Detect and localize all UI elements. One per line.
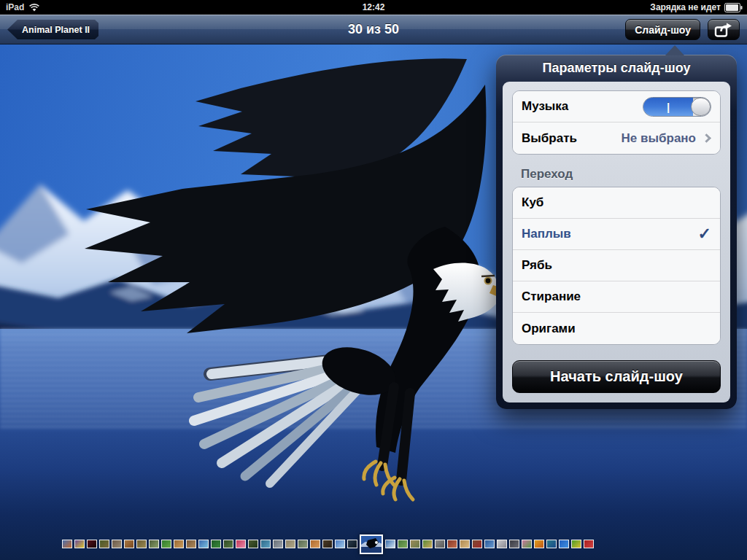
transition-row-dissolve[interactable]: Наплыв ✓ (513, 219, 720, 250)
start-slideshow-label: Начать слайд-шоу (550, 368, 683, 385)
share-button[interactable] (708, 19, 740, 40)
music-row: Музыка | (513, 91, 720, 122)
transition-label: Куб (522, 195, 543, 210)
filmstrip-thumbnail[interactable] (124, 540, 134, 548)
transition-label: Стирание (522, 289, 581, 304)
filmstrip-current-thumbnail[interactable] (360, 534, 383, 554)
filmstrip-thumbnail[interactable] (435, 540, 445, 548)
filmstrip-thumbnail[interactable] (398, 540, 408, 548)
checkmark-icon: ✓ (698, 225, 711, 244)
start-slideshow-button[interactable]: Начать слайд-шоу (512, 360, 721, 393)
filmstrip-thumbnail[interactable] (87, 540, 97, 548)
filmstrip-thumbnail[interactable] (385, 540, 395, 548)
filmstrip-thumbnail[interactable] (198, 540, 209, 548)
chevron-right-icon (702, 133, 711, 143)
filmstrip-thumbnail[interactable] (422, 540, 433, 548)
popover-content: Музыка | Выбрать Не выбрано Переход (503, 82, 730, 402)
filmstrip-thumbnail[interactable] (410, 540, 420, 548)
status-bar: iPad 12:42 Зарядка не идет (0, 0, 747, 15)
music-switch[interactable]: | (643, 97, 711, 117)
filmstrip-thumbnail[interactable] (285, 540, 295, 548)
transition-row-ripple[interactable]: Рябь (513, 250, 720, 281)
clock: 12:42 (0, 2, 747, 12)
mini-eagle-icon (361, 536, 383, 554)
transition-section-label: Переход (521, 167, 721, 182)
filmstrip-thumbnail[interactable] (260, 540, 271, 548)
filmstrip-thumbnail[interactable] (223, 540, 233, 548)
filmstrip-thumbnail[interactable] (186, 540, 196, 548)
filmstrip-thumbnail[interactable] (584, 540, 594, 548)
filmstrip-thumbnail[interactable] (460, 540, 470, 548)
filmstrip-thumbnail[interactable] (74, 540, 85, 548)
filmstrip-thumbnail[interactable] (322, 540, 333, 548)
navigation-bar: Animal Planet II 30 из 50 Слайд-шоу (0, 15, 747, 44)
filmstrip-thumbnail[interactable] (310, 540, 320, 548)
filmstrip-thumbnail[interactable] (174, 540, 184, 548)
filmstrip-thumbnail[interactable] (559, 540, 569, 548)
filmstrip-thumbnail[interactable] (534, 540, 544, 548)
filmstrip-thumbnail[interactable] (472, 540, 482, 548)
filmstrip-thumbnail[interactable] (236, 540, 246, 548)
filmstrip-thumbnail[interactable] (248, 540, 258, 548)
switch-on-segment: | (643, 98, 693, 116)
choose-music-row[interactable]: Выбрать Не выбрано (513, 122, 720, 154)
filmstrip-thumbnail[interactable] (571, 540, 581, 548)
slideshow-button-label: Слайд-шоу (635, 24, 691, 36)
filmstrip-thumbnail[interactable] (497, 540, 507, 548)
filmstrip-thumbnail[interactable] (62, 540, 72, 548)
transition-label: Оригами (522, 322, 576, 336)
filmstrip-thumbnail[interactable] (546, 540, 557, 548)
filmstrip-thumbnail[interactable] (509, 540, 519, 548)
ipad-screen: iPad 12:42 Зарядка не идет Animal Planet… (0, 0, 747, 560)
filmstrip-thumbnail[interactable] (484, 540, 495, 548)
filmstrip-thumbnail[interactable] (335, 540, 345, 548)
filmstrip-thumbnail[interactable] (136, 540, 147, 548)
choose-value: Не выбрано (622, 131, 696, 146)
transition-row-origami[interactable]: Оригами (513, 313, 720, 344)
slideshow-button[interactable]: Слайд-шоу (625, 19, 700, 40)
transition-group: Куб Наплыв ✓ Рябь Стирание Оригами (512, 187, 721, 345)
transition-label: Рябь (522, 258, 552, 273)
filmstrip-thumbnail[interactable] (522, 540, 532, 548)
music-group: Музыка | Выбрать Не выбрано (512, 90, 721, 155)
slideshow-options-popover: Параметры слайд-шоу Музыка | Выбрать Не … (496, 55, 737, 409)
filmstrip (62, 532, 596, 556)
filmstrip-thumbnail[interactable] (99, 540, 109, 548)
share-icon (714, 22, 733, 38)
choose-label: Выбрать (522, 131, 577, 146)
transition-row-cube[interactable]: Куб (513, 187, 720, 219)
transition-label-selected: Наплыв (522, 227, 571, 241)
popover-title: Параметры слайд-шоу (496, 55, 737, 82)
filmstrip-thumbnail[interactable] (112, 540, 122, 548)
battery-status-label: Зарядка не идет (650, 2, 721, 12)
switch-on-glyph: | (667, 101, 670, 113)
filmstrip-thumbnail[interactable] (161, 540, 171, 548)
filmstrip-thumbnail[interactable] (149, 540, 159, 548)
popover-arrow-icon (665, 45, 684, 55)
switch-knob[interactable] (691, 98, 711, 116)
filmstrip-thumbnail[interactable] (447, 540, 457, 548)
battery-icon (724, 3, 743, 12)
filmstrip-thumbnail[interactable] (298, 540, 308, 548)
filmstrip-thumbnail[interactable] (347, 540, 357, 548)
filmstrip-thumbnail[interactable] (273, 540, 283, 548)
filmstrip-thumbnail[interactable] (211, 540, 221, 548)
transition-row-wipe[interactable]: Стирание (513, 281, 720, 313)
music-label: Музыка (522, 99, 568, 114)
